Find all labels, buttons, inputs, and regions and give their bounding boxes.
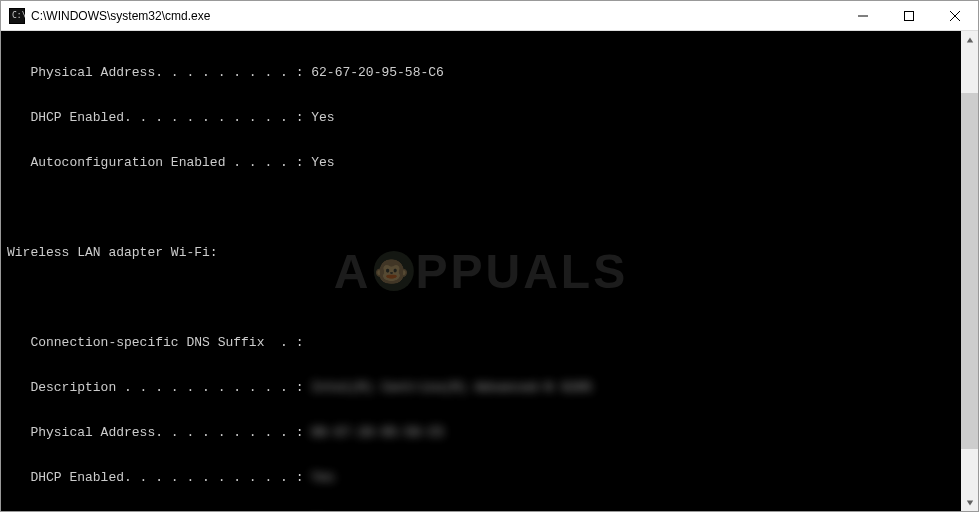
watermark-text-b: PPUALS <box>415 264 628 279</box>
scrollbar[interactable] <box>961 31 978 511</box>
blank-line <box>7 290 961 305</box>
blank-line <box>7 200 961 215</box>
terminal-area: Physical Address. . . . . . . . . : 62-6… <box>1 31 978 511</box>
svg-marker-8 <box>966 500 972 505</box>
terminal-output[interactable]: Physical Address. . . . . . . . . : 62-6… <box>1 31 961 511</box>
adapter-header: Wireless LAN adapter Wi-Fi: <box>7 245 961 260</box>
svg-marker-7 <box>966 37 972 42</box>
titlebar: C:\ C:\WINDOWS\system32\cmd.exe <box>1 1 978 31</box>
cmd-icon: C:\ <box>9 8 25 24</box>
scrollbar-track[interactable] <box>961 48 978 494</box>
line-dhcp-enabled: DHCP Enabled. . . . . . . . . . . : Yes <box>7 110 961 125</box>
line-dns-suffix: Connection-specific DNS Suffix . : <box>7 335 961 350</box>
minimize-button[interactable] <box>840 1 886 30</box>
svg-text:C:\: C:\ <box>12 11 25 20</box>
maximize-button[interactable] <box>886 1 932 30</box>
line-wifi-dhcp: DHCP Enabled. . . . . . . . . . . : Yes <box>7 470 961 485</box>
scrollbar-down-button[interactable] <box>961 494 978 511</box>
window-controls <box>840 1 978 30</box>
scrollbar-up-button[interactable] <box>961 31 978 48</box>
line-wifi-physical-address: Physical Address. . . . . . . . . : 00-6… <box>7 425 961 440</box>
scrollbar-thumb[interactable] <box>961 93 978 450</box>
line-autoconfig: Autoconfiguration Enabled . . . . : Yes <box>7 155 961 170</box>
watermark-text-a: A <box>334 264 372 279</box>
window-title: C:\WINDOWS\system32\cmd.exe <box>31 9 840 23</box>
line-description: Description . . . . . . . . . . . : Inte… <box>7 380 961 395</box>
line-physical-address: Physical Address. . . . . . . . . : 62-6… <box>7 65 961 80</box>
close-button[interactable] <box>932 1 978 30</box>
svg-rect-4 <box>905 11 914 20</box>
